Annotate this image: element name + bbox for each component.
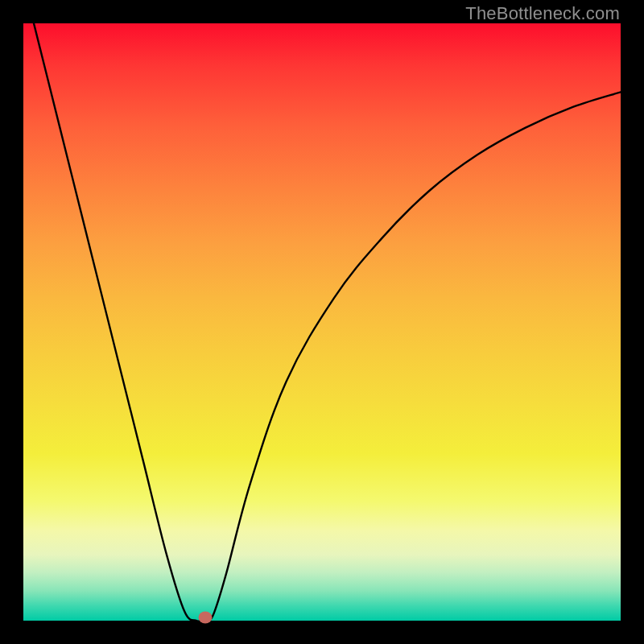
optimum-marker — [199, 612, 213, 624]
bottleneck-curve — [23, 23, 621, 621]
chart-container: TheBottleneck.com — [0, 0, 644, 644]
watermark-text: TheBottleneck.com — [465, 3, 620, 24]
